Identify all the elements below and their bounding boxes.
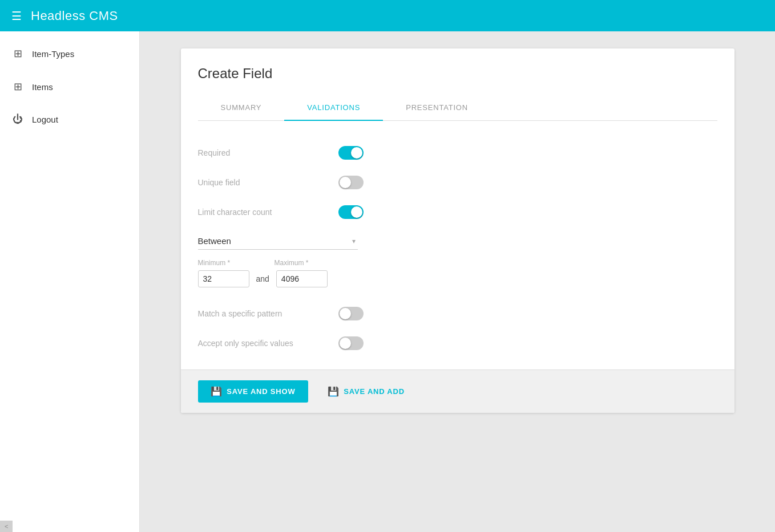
required-toggle-track <box>338 146 364 160</box>
card-body: Create Field SUMMARY VALIDATIONS PRESENT… <box>181 48 734 369</box>
maximum-label: Maximum * <box>275 259 326 267</box>
save-show-icon: 💾 <box>211 386 223 397</box>
match-pattern-toggle[interactable] <box>338 307 364 320</box>
minimum-input[interactable] <box>198 270 249 287</box>
sidebar: ⊞ Item-Types ⊞ Items ⏻ Logout <box>0 31 140 532</box>
between-dropdown-row: Between At least At most Exactly ▾ <box>198 233 358 250</box>
save-and-add-button[interactable]: 💾 SAVE AND ADD <box>320 380 413 403</box>
tab-summary[interactable]: SUMMARY <box>198 95 285 121</box>
minmax-labels: Minimum * Maximum * <box>198 259 717 267</box>
unique-toggle[interactable] <box>338 176 364 189</box>
between-dropdown-wrapper: Between At least At most Exactly ▾ <box>198 233 358 250</box>
sidebar-item-label-item-types: Item-Types <box>32 49 74 59</box>
and-text: and <box>256 274 269 283</box>
card-footer: 💾 SAVE AND SHOW 💾 SAVE AND ADD <box>181 369 734 413</box>
tabs-bar: SUMMARY VALIDATIONS PRESENTATION <box>198 95 717 121</box>
unique-toggle-thumb <box>340 177 351 188</box>
sidebar-item-label-items: Items <box>32 82 53 92</box>
save-add-label: SAVE AND ADD <box>344 387 405 396</box>
limit-char-field-row: Limit character count <box>198 197 364 227</box>
sidebar-item-item-types[interactable]: ⊞ Item-Types <box>0 37 139 70</box>
app-title: Headless CMS <box>31 9 118 23</box>
sidebar-item-logout[interactable]: ⏻ Logout <box>0 103 139 136</box>
minmax-inputs: and <box>198 270 717 287</box>
scroll-hint: < <box>0 521 13 532</box>
required-label: Required <box>198 148 231 157</box>
topbar: ☰ Headless CMS <box>0 0 775 31</box>
main-content: Create Field SUMMARY VALIDATIONS PRESENT… <box>140 31 775 532</box>
match-pattern-label: Match a specific pattern <box>198 309 282 318</box>
unique-field-row: Unique field <box>198 168 364 197</box>
required-toggle[interactable] <box>338 146 364 160</box>
hamburger-menu-icon[interactable]: ☰ <box>11 9 22 23</box>
unique-label: Unique field <box>198 178 240 187</box>
match-pattern-field-row: Match a specific pattern <box>198 299 364 328</box>
sidebar-item-items[interactable]: ⊞ Items <box>0 70 139 103</box>
save-and-show-button[interactable]: 💾 SAVE AND SHOW <box>198 380 308 403</box>
limit-char-toggle-track <box>338 205 364 219</box>
list-icon: ⊞ <box>11 47 24 60</box>
page-title: Create Field <box>198 66 717 82</box>
save-add-icon: 💾 <box>328 386 340 397</box>
minmax-section: Minimum * Maximum * and <box>198 259 717 287</box>
between-dropdown[interactable]: Between At least At most Exactly <box>198 233 358 250</box>
list-icon-items: ⊞ <box>11 80 24 93</box>
tab-validations[interactable]: VALIDATIONS <box>284 95 383 121</box>
layout: ⊞ Item-Types ⊞ Items ⏻ Logout Create Fie… <box>0 31 775 532</box>
match-pattern-toggle-thumb <box>340 308 351 319</box>
accept-values-label: Accept only specific values <box>198 339 293 348</box>
tab-presentation[interactable]: PRESENTATION <box>383 95 491 121</box>
unique-toggle-track <box>338 176 364 189</box>
sidebar-item-label-logout: Logout <box>32 115 58 124</box>
accept-values-toggle-track <box>338 336 364 350</box>
limit-char-toggle[interactable] <box>338 205 364 219</box>
accept-values-toggle[interactable] <box>338 336 364 350</box>
create-field-card: Create Field SUMMARY VALIDATIONS PRESENT… <box>181 48 734 413</box>
accept-values-toggle-thumb <box>340 338 351 349</box>
limit-char-toggle-thumb <box>351 206 362 218</box>
accept-values-field-row: Accept only specific values <box>198 328 364 358</box>
minimum-label: Minimum * <box>198 259 249 267</box>
limit-char-label: Limit character count <box>198 208 272 217</box>
power-icon: ⏻ <box>11 113 24 125</box>
match-pattern-toggle-track <box>338 307 364 320</box>
required-toggle-thumb <box>351 147 362 159</box>
maximum-input[interactable] <box>276 270 328 287</box>
save-show-label: SAVE AND SHOW <box>227 387 295 396</box>
required-field-row: Required <box>198 138 364 168</box>
